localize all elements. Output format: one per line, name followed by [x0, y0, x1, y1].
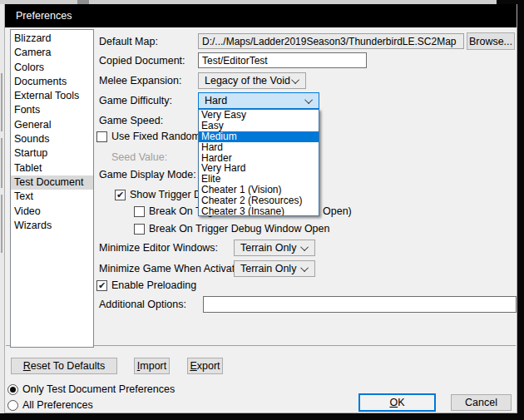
melee-expansion-dropdown[interactable]: Legacy of the Void [198, 72, 306, 89]
sidebar-item-startup[interactable]: Startup [11, 146, 93, 161]
melee-expansion-value: Legacy of the Void [205, 75, 290, 86]
difficulty-option-cheater-3-insane[interactable]: Cheater 3 (Insane) [199, 206, 319, 216]
chevron-down-icon [291, 76, 299, 84]
only-test-document-preferences-label: Only Test Document Preferences [22, 382, 175, 397]
sidebar-item-general[interactable]: General [11, 118, 93, 132]
copied-document-label: Copied Document: [99, 52, 185, 68]
dialog-titlebar[interactable]: Preferences [5, 4, 517, 27]
break-on-trigger-debug-window-open-checkbox[interactable] [134, 224, 145, 235]
preferences-dialog: Preferences BlizzardCameraColorsDocument… [4, 4, 517, 413]
default-map-value: D:/.../Maps/Ladder2019Season3/Thunderbir… [202, 36, 457, 47]
default-map-field[interactable]: D:/.../Maps/Ladder2019Season3/Thunderbir… [198, 33, 464, 49]
screen: Preferences BlizzardCameraColorsDocument… [0, 0, 524, 420]
minimize-game-when-activating-value: Terrain Only [240, 263, 296, 274]
all-preferences-label: All Preferences [22, 398, 93, 413]
only-test-document-preferences-radio[interactable] [7, 384, 18, 395]
difficulty-option-easy[interactable]: Easy [199, 121, 319, 131]
minimize-game-when-activating-dropdown[interactable]: Terrain Only [234, 260, 315, 277]
use-fixed-random-seed-checkbox[interactable] [96, 131, 107, 142]
game-difficulty-value: Hard [205, 95, 227, 106]
show-trigger-debug-checkbox[interactable] [115, 190, 126, 200]
game-difficulty-label: Game Difficulty: [99, 92, 172, 109]
sidebar-item-video[interactable]: Video [11, 205, 93, 219]
background-toolbar-edge [1, 195, 2, 253]
category-listbox[interactable]: BlizzardCameraColorsDocumentsExternal To… [10, 29, 94, 348]
sidebar-item-colors[interactable]: Colors [11, 61, 93, 75]
import-button[interactable]: Import [134, 358, 170, 374]
additional-options-input[interactable] [203, 296, 517, 313]
break-on-trigger-debug-window-open-label: Break On Trigger Debug Window Open [149, 221, 329, 236]
sidebar-item-tablet[interactable]: Tablet [11, 161, 93, 175]
difficulty-option-medium[interactable]: Medium [199, 131, 319, 142]
minimize-editor-windows-value: Terrain Only [240, 242, 296, 254]
chevron-down-icon [304, 96, 313, 104]
game-difficulty-open-list[interactable]: Very EasyEasyMediumHardHarderVery HardEl… [198, 109, 319, 216]
game-difficulty-dropdown[interactable]: Hard [198, 92, 319, 109]
chevron-down-icon [300, 243, 309, 251]
seed-value-label: Seed Value: [111, 149, 167, 166]
difficulty-option-very-easy[interactable]: Very Easy [199, 110, 319, 121]
background-toolbar-edge [1, 138, 2, 188]
game-speed-label: Game Speed: [99, 112, 163, 129]
difficulty-option-hard[interactable]: Hard [199, 142, 319, 153]
enable-preloading-checkbox[interactable] [96, 280, 107, 291]
ok-button[interactable]: OK [358, 393, 436, 412]
sidebar-item-external-tools[interactable]: External Tools [11, 89, 93, 103]
copied-document-input[interactable]: Test/EditorTest [198, 52, 367, 68]
break-on-trigger-checkbox[interactable] [134, 206, 145, 217]
copied-document-value: Test/EditorTest [202, 55, 268, 67]
sidebar-item-sounds[interactable]: Sounds [11, 132, 93, 146]
sidebar-item-test-document[interactable]: Test Document [11, 175, 93, 190]
cancel-button[interactable]: Cancel [451, 394, 512, 411]
dialog-title: Preferences [16, 10, 72, 22]
minimize-editor-windows-label: Minimize Editor Windows: [99, 240, 218, 256]
export-button[interactable]: Export [187, 358, 223, 374]
minimize-game-when-activating-label: Minimize Game When Activating: [99, 260, 251, 277]
minimize-editor-windows-dropdown[interactable]: Terrain Only [234, 240, 315, 256]
chevron-down-icon [300, 264, 309, 272]
background-toolbar-edge [1, 73, 2, 131]
all-preferences-radio[interactable] [7, 400, 18, 411]
sidebar-item-fonts[interactable]: Fonts [11, 103, 93, 117]
sidebar-item-blizzard[interactable]: Blizzard [11, 32, 93, 46]
additional-options-label: Additional Options: [99, 296, 186, 313]
default-map-label: Default Map: [99, 33, 158, 49]
sidebar-item-wizards[interactable]: Wizards [11, 219, 93, 233]
sidebar-item-text[interactable]: Text [11, 190, 93, 204]
sidebar-item-camera[interactable]: Camera [11, 46, 93, 60]
enable-preloading-label: Enable Preloading [111, 278, 196, 293]
game-display-mode-label: Game Display Mode: [99, 166, 196, 183]
sidebar-item-documents[interactable]: Documents [11, 75, 93, 89]
melee-expansion-label: Melee Expansion: [99, 72, 181, 89]
browse-button[interactable]: Browse... [467, 32, 515, 50]
break-on-trigger-label-tail: Open) [323, 204, 352, 219]
reset-to-defaults-button[interactable]: Reset To Defaults [11, 358, 117, 374]
